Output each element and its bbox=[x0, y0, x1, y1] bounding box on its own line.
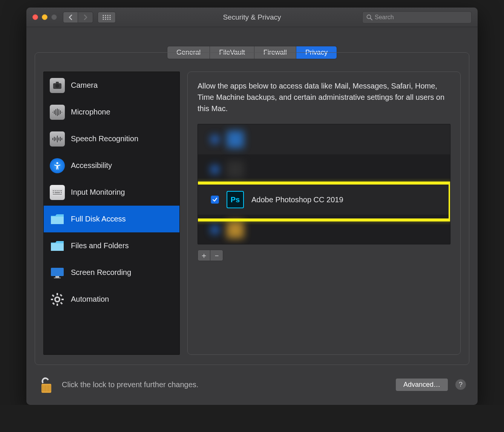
search-input[interactable] bbox=[375, 14, 467, 21]
add-app-button[interactable]: ＋ bbox=[198, 250, 210, 261]
category-automation[interactable]: Automation bbox=[44, 286, 179, 313]
folder-icon bbox=[50, 238, 65, 253]
privacy-category-list[interactable]: Camera Microphone Speech Recognition bbox=[43, 72, 180, 355]
svg-point-1 bbox=[105, 15, 106, 16]
category-microphone[interactable]: Microphone bbox=[44, 99, 179, 125]
category-accessibility[interactable]: Accessibility bbox=[44, 152, 179, 179]
unlocked-lock-icon bbox=[38, 375, 55, 394]
footer: Click the lock to prevent further change… bbox=[26, 375, 478, 405]
svg-rect-43 bbox=[55, 276, 59, 278]
app-checkbox[interactable]: ✓ bbox=[211, 165, 219, 174]
advanced-button[interactable]: Advanced… bbox=[395, 378, 448, 391]
help-button[interactable]: ? bbox=[455, 379, 466, 390]
remove-app-button[interactable]: － bbox=[210, 250, 223, 261]
app-row[interactable]: ✓ bbox=[198, 154, 450, 185]
app-list[interactable]: ✓ ✓ Ps Adobe Photoshop CC 2 bbox=[198, 124, 450, 244]
microphone-icon bbox=[50, 105, 65, 120]
svg-point-9 bbox=[105, 18, 106, 20]
lock-button[interactable] bbox=[38, 375, 55, 394]
app-row-photoshop[interactable]: Ps Adobe Photoshop CC 2019 bbox=[198, 185, 450, 215]
app-icon bbox=[227, 221, 244, 238]
close-button[interactable] bbox=[32, 14, 38, 20]
app-checkbox[interactable]: ✓ bbox=[211, 135, 219, 143]
svg-rect-42 bbox=[51, 268, 64, 276]
app-name: Adobe Photoshop CC 2019 bbox=[251, 195, 343, 204]
category-label: Files and Folders bbox=[71, 241, 129, 250]
category-files-and-folders[interactable]: Files and Folders bbox=[44, 232, 179, 259]
category-screen-recording[interactable]: Screen Recording bbox=[44, 259, 179, 286]
svg-rect-33 bbox=[53, 190, 54, 191]
nav-forward-button[interactable] bbox=[78, 12, 93, 23]
svg-rect-50 bbox=[52, 294, 54, 297]
category-full-disk-access[interactable]: Full Disk Access bbox=[44, 206, 179, 232]
app-checkbox[interactable] bbox=[211, 195, 219, 204]
category-label: Camera bbox=[71, 81, 98, 90]
svg-rect-34 bbox=[55, 190, 56, 191]
category-input-monitoring[interactable]: Input Monitoring bbox=[44, 179, 179, 206]
grid-icon bbox=[103, 15, 111, 20]
svg-point-6 bbox=[107, 17, 108, 18]
lock-help-text: Click the lock to prevent further change… bbox=[62, 380, 389, 389]
keyboard-icon bbox=[50, 185, 65, 200]
add-remove-buttons: ＋ － bbox=[198, 250, 450, 261]
category-label: Full Disk Access bbox=[71, 215, 126, 223]
app-checkbox[interactable]: ✓ bbox=[211, 226, 219, 234]
folder-icon bbox=[50, 212, 65, 227]
svg-point-11 bbox=[109, 18, 110, 20]
window-body: General FileVault Firewall Privacy Camer… bbox=[26, 27, 478, 405]
svg-rect-41 bbox=[53, 194, 62, 195]
category-label: Accessibility bbox=[71, 161, 112, 170]
svg-rect-37 bbox=[60, 190, 62, 191]
svg-rect-39 bbox=[55, 192, 60, 193]
traffic-lights bbox=[32, 14, 57, 20]
chevron-right-icon bbox=[83, 14, 88, 20]
svg-point-3 bbox=[109, 15, 110, 16]
show-all-button[interactable] bbox=[98, 12, 116, 23]
app-icon bbox=[227, 131, 244, 148]
svg-rect-53 bbox=[52, 302, 55, 305]
svg-rect-46 bbox=[57, 293, 58, 295]
svg-point-0 bbox=[103, 15, 104, 16]
app-row[interactable]: ✓ bbox=[198, 215, 450, 244]
svg-rect-35 bbox=[57, 190, 58, 191]
svg-rect-55 bbox=[41, 384, 51, 393]
search-field[interactable] bbox=[362, 11, 472, 23]
svg-rect-49 bbox=[61, 299, 64, 300]
svg-point-4 bbox=[103, 17, 104, 18]
checkmark-icon bbox=[212, 197, 218, 202]
category-speech-recognition[interactable]: Speech Recognition bbox=[44, 125, 179, 152]
svg-point-7 bbox=[109, 17, 110, 18]
chevron-left-icon bbox=[68, 14, 73, 20]
gear-icon bbox=[50, 292, 65, 307]
search-icon bbox=[366, 14, 372, 20]
svg-rect-51 bbox=[60, 302, 63, 304]
svg-point-10 bbox=[107, 18, 108, 20]
app-row[interactable]: ✓ bbox=[198, 124, 450, 154]
svg-point-15 bbox=[55, 84, 59, 88]
svg-rect-36 bbox=[58, 190, 60, 191]
maximize-button[interactable] bbox=[51, 14, 57, 20]
nav-buttons bbox=[63, 12, 93, 23]
photoshop-icon: Ps bbox=[227, 191, 244, 208]
svg-point-5 bbox=[105, 17, 106, 18]
svg-rect-16 bbox=[56, 82, 59, 84]
category-label: Microphone bbox=[71, 108, 110, 116]
svg-rect-40 bbox=[61, 192, 62, 193]
category-camera[interactable]: Camera bbox=[44, 72, 179, 99]
category-label: Speech Recognition bbox=[71, 134, 138, 143]
svg-point-8 bbox=[103, 18, 104, 20]
svg-rect-44 bbox=[54, 278, 61, 278]
camera-icon bbox=[50, 78, 65, 93]
svg-rect-47 bbox=[57, 304, 58, 306]
svg-rect-38 bbox=[53, 192, 54, 193]
svg-point-54 bbox=[56, 298, 59, 301]
titlebar: Security & Privacy bbox=[26, 8, 478, 27]
display-icon bbox=[50, 265, 65, 280]
minimize-button[interactable] bbox=[42, 14, 47, 20]
waveform-icon bbox=[50, 131, 65, 147]
nav-back-button[interactable] bbox=[63, 12, 78, 23]
accessibility-icon bbox=[50, 158, 65, 173]
category-label: Input Monitoring bbox=[71, 188, 125, 197]
category-label: Automation bbox=[71, 295, 109, 304]
svg-rect-52 bbox=[60, 294, 62, 296]
